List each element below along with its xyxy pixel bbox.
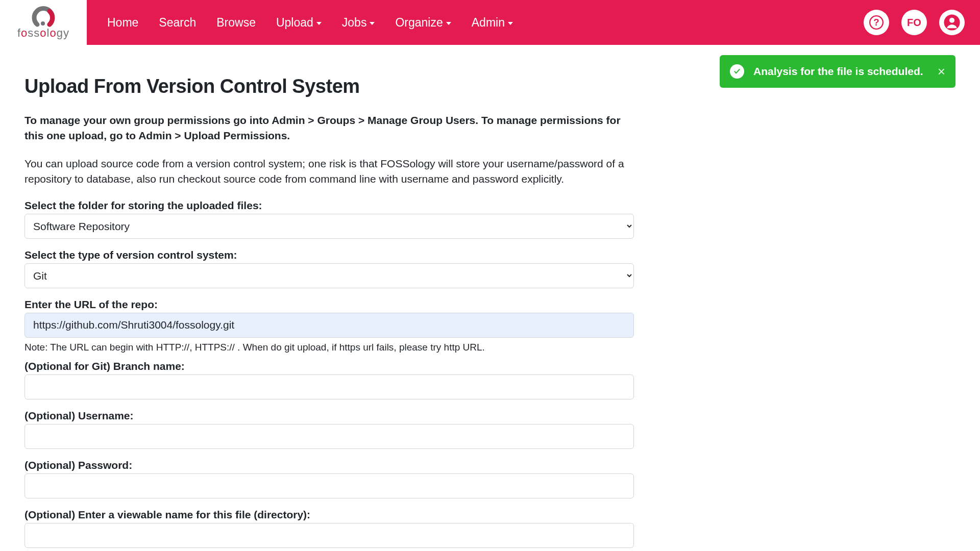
permissions-note: To manage your own group permissions go … xyxy=(24,113,634,144)
group-badge-text: FO xyxy=(907,17,921,29)
viewname-label: (Optional) Enter a viewable name for thi… xyxy=(24,509,634,521)
question-icon: ? xyxy=(869,15,884,30)
folder-select[interactable]: Software Repository xyxy=(24,214,634,239)
password-input[interactable] xyxy=(24,473,634,498)
nav-label: Organize xyxy=(395,16,443,30)
caret-down-icon xyxy=(316,22,322,25)
logo[interactable]: fossology xyxy=(0,0,87,45)
main-content: Upload From Version Control System To ma… xyxy=(0,45,658,551)
toast-close-button[interactable]: × xyxy=(938,64,945,80)
nav-label: Admin xyxy=(472,16,505,30)
nav-label: Jobs xyxy=(342,16,367,30)
folder-label: Select the folder for storing the upload… xyxy=(24,199,634,212)
nav-label: Upload xyxy=(276,16,313,30)
check-icon xyxy=(730,64,744,79)
svg-point-0 xyxy=(41,21,45,26)
nav-upload[interactable]: Upload xyxy=(266,0,332,45)
vcs-select[interactable]: Git xyxy=(24,263,634,288)
header: fossology Home Search Browse Upload Jobs… xyxy=(0,0,980,45)
nav-bar: Home Search Browse Upload Jobs Organize … xyxy=(87,0,980,45)
url-note: Note: The URL can begin with HTTP://, HT… xyxy=(24,342,634,353)
branch-input[interactable] xyxy=(24,374,634,399)
nav-admin[interactable]: Admin xyxy=(461,0,523,45)
nav-right: ? FO xyxy=(864,10,980,35)
nav-label: Browse xyxy=(216,16,256,30)
url-label: Enter the URL of the repo: xyxy=(24,298,634,311)
group-badge[interactable]: FO xyxy=(901,10,927,35)
help-button[interactable]: ? xyxy=(864,10,889,35)
nav-browse[interactable]: Browse xyxy=(206,0,266,45)
branch-label: (Optional for Git) Branch name: xyxy=(24,360,634,372)
page-title: Upload From Version Control System xyxy=(24,76,634,97)
username-input[interactable] xyxy=(24,424,634,449)
intro-paragraph: You can upload source code from a versio… xyxy=(24,156,634,187)
user-icon xyxy=(943,14,961,31)
svg-text:?: ? xyxy=(873,17,879,28)
password-label: (Optional) Password: xyxy=(24,459,634,471)
vcs-label: Select the type of version control syste… xyxy=(24,249,634,261)
caret-down-icon xyxy=(508,22,513,25)
svg-text:fossology: fossology xyxy=(17,27,69,39)
user-button[interactable] xyxy=(939,10,965,35)
nav-organize[interactable]: Organize xyxy=(385,0,461,45)
nav-label: Home xyxy=(107,16,138,30)
success-toast: Analysis for the file is scheduled. × xyxy=(720,55,955,88)
nav-search[interactable]: Search xyxy=(149,0,206,45)
svg-point-5 xyxy=(949,18,954,23)
url-input[interactable] xyxy=(24,313,634,338)
nav-label: Search xyxy=(159,16,196,30)
caret-down-icon xyxy=(446,22,451,25)
nav-jobs[interactable]: Jobs xyxy=(332,0,385,45)
nav-home[interactable]: Home xyxy=(97,0,149,45)
caret-down-icon xyxy=(370,22,375,25)
fossology-logo-icon: fossology xyxy=(8,5,79,40)
username-label: (Optional) Username: xyxy=(24,410,634,422)
toast-message: Analysis for the file is scheduled. xyxy=(753,65,928,78)
viewname-input[interactable] xyxy=(24,523,634,548)
